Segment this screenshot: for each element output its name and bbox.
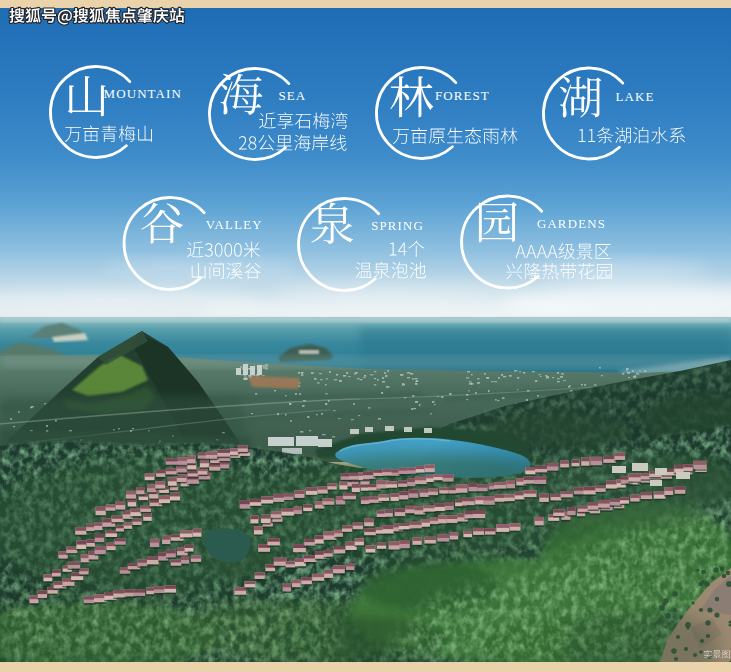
svg-text:VALLEY: VALLEY: [206, 217, 263, 232]
svg-text:FOREST: FOREST: [435, 88, 490, 103]
svg-text:GARDENS: GARDENS: [537, 216, 606, 231]
svg-text:LAKE: LAKE: [616, 89, 655, 104]
svg-text:SPRING: SPRING: [371, 218, 424, 233]
svg-text:SEA: SEA: [279, 88, 307, 103]
svg-text:MOUNTAIN: MOUNTAIN: [104, 86, 183, 101]
